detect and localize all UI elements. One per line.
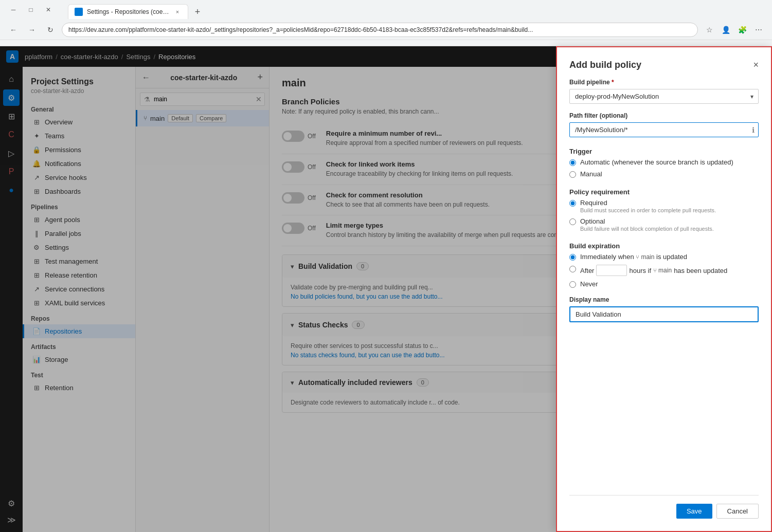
favorites-button[interactable]: ☆ [702, 23, 716, 37]
trigger-automatic-item: Automatic (whenever the source branch is… [569, 158, 759, 166]
browser-actions: ☆ 👤 🧩 ⋯ [702, 23, 766, 37]
browser-chrome: ─ □ ✕ Settings - Repositories (coe-start… [0, 0, 772, 46]
save-button[interactable]: Save [676, 504, 712, 519]
policy-optional-text: Optional Build failure will not block co… [580, 217, 714, 232]
expiration-immediately-label: Immediately when ⑂ main is updated [580, 253, 687, 261]
display-name-group: Display name [569, 296, 759, 322]
trigger-automatic-label: Automatic (whenever the source branch is… [580, 158, 733, 166]
browser-titlebar: ─ □ ✕ Settings - Repositories (coe-start… [0, 0, 772, 20]
minimize-button[interactable]: ─ [6, 3, 21, 17]
expiration-immediately-item: Immediately when ⑂ main is updated [569, 253, 759, 261]
required-indicator: * [612, 79, 614, 86]
path-filter-info-icon[interactable]: ℹ [752, 126, 755, 134]
build-expiration-radio-group: Immediately when ⑂ main is updated After… [569, 253, 759, 288]
close-window-button[interactable]: ✕ [41, 3, 56, 17]
build-pipeline-select-wrap: deploy-prod-MyNewSolution [569, 89, 759, 104]
tab-close-button[interactable]: × [173, 8, 182, 16]
expiration-never-label: Never [580, 280, 598, 288]
policy-required-text: Required Build must succeed in order to … [580, 199, 716, 213]
trigger-automatic-radio[interactable] [569, 159, 576, 166]
expiration-after-radio[interactable] [569, 266, 576, 272]
forward-button[interactable]: → [25, 23, 39, 37]
policy-optional-sub: Build failure will not block completion … [580, 226, 714, 232]
extensions-button[interactable]: 🧩 [735, 23, 749, 37]
browser-controls: ─ □ ✕ [6, 3, 56, 17]
expiration-immediately-radio[interactable] [569, 254, 576, 261]
expiration-never-radio[interactable] [569, 281, 576, 288]
trigger-manual-radio[interactable] [569, 171, 576, 178]
expiration-after-item: After hours if ⑂ main has been updated [569, 265, 759, 276]
policy-required-sub: Build must succeed in order to complete … [580, 207, 716, 213]
add-build-policy-modal: Add build policy × Build pipeline * depl… [556, 46, 772, 532]
refresh-button[interactable]: ↻ [43, 23, 58, 37]
active-tab[interactable]: Settings - Repositories (coe-start... × [68, 4, 188, 19]
branch-ref-icon-immediately: ⑂ [636, 254, 639, 260]
address-bar-row: ← → ↻ ☆ 👤 🧩 ⋯ [0, 20, 772, 40]
modal-header: Add build policy × [569, 60, 759, 70]
path-filter-input[interactable] [569, 122, 759, 137]
display-name-input[interactable] [569, 306, 759, 322]
tab-favicon [75, 8, 83, 16]
build-pipeline-label: Build pipeline * [569, 79, 759, 86]
policy-required-label: Required [580, 199, 607, 207]
policy-requirement-group: Policy requirement Required Build must s… [569, 186, 759, 232]
path-filter-label: Path filter (optional) [569, 112, 759, 119]
path-filter-input-wrap: ℹ [569, 122, 759, 137]
trigger-group: Trigger Automatic (whenever the source b… [569, 145, 759, 178]
build-expiration-title: Build expiration [569, 242, 759, 250]
branch-ref-immediately: ⑂ main [636, 253, 654, 261]
address-bar[interactable] [62, 23, 698, 37]
policy-requirement-radio-group: Required Build must succeed in order to … [569, 199, 759, 232]
trigger-manual-item: Manual [569, 170, 759, 178]
policy-required-item: Required Build must succeed in order to … [569, 199, 759, 213]
build-expiration-group: Build expiration Immediately when ⑂ main… [569, 240, 759, 288]
path-filter-group: Path filter (optional) ℹ [569, 112, 759, 137]
cancel-button[interactable]: Cancel [716, 504, 759, 519]
back-button[interactable]: ← [6, 23, 21, 37]
maximize-button[interactable]: □ [24, 3, 38, 17]
trigger-section-title: Trigger [569, 148, 759, 155]
branch-ref-icon-after: ⑂ [653, 267, 657, 273]
branch-ref-after: ⑂ main [653, 267, 672, 274]
build-pipeline-select[interactable]: deploy-prod-MyNewSolution [569, 89, 759, 104]
user-profile-button[interactable]: 👤 [719, 23, 733, 37]
settings-menu-button[interactable]: ⋯ [751, 23, 766, 37]
trigger-manual-label: Manual [580, 170, 602, 178]
tab-title: Settings - Repositories (coe-start... [87, 8, 169, 15]
tab-bar: Settings - Repositories (coe-start... × … [62, 1, 211, 19]
expiration-hours-input[interactable] [596, 265, 627, 276]
new-tab-button[interactable]: + [190, 5, 205, 19]
modal-title: Add build policy [569, 60, 641, 70]
expiration-after-label: After hours if ⑂ main has been updated [580, 265, 727, 276]
display-name-label: Display name [569, 296, 759, 303]
policy-required-radio[interactable] [569, 200, 576, 207]
modal-footer: Save Cancel [569, 495, 759, 519]
build-pipeline-group: Build pipeline * deploy-prod-MyNewSoluti… [569, 79, 759, 104]
policy-optional-radio[interactable] [569, 218, 576, 225]
policy-optional-item: Optional Build failure will not block co… [569, 217, 759, 232]
trigger-radio-group: Automatic (whenever the source branch is… [569, 158, 759, 178]
policy-optional-label: Optional [580, 217, 605, 225]
policy-requirement-title: Policy requirement [569, 188, 759, 196]
expiration-never-item: Never [569, 280, 759, 288]
modal-close-button[interactable]: × [753, 60, 759, 70]
